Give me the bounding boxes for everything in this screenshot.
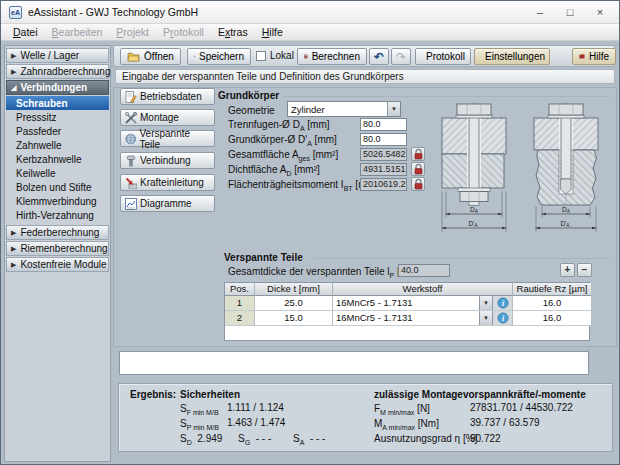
chevron-right-icon: ▶ [11,68,16,76]
geometrie-label: Geometrie [228,104,275,117]
betriebsdaten-button[interactable]: Betriebsdaten [120,88,215,105]
sidebar-item-passfeder[interactable]: Passfeder [6,124,109,138]
col-header-rautiefe: Rautiefe Rz [µm] [513,283,591,296]
open-button[interactable]: Öffnen [120,48,181,65]
gesamtflaeche-lock-button[interactable] [411,147,425,161]
save-button[interactable]: Speichern [187,48,251,65]
undo-button[interactable]: ↶ [369,48,389,65]
flaechentraegheitsmoment-lock-button[interactable] [411,177,425,191]
sidebar-header-federberechnung[interactable]: ▶Federberechnung [6,225,109,240]
svg-text:DA: DA [562,206,571,214]
menu-projekt: Projekt [109,25,156,39]
safety-sg: SG - - - [238,433,271,446]
rautiefe-cell-input[interactable]: 16.0 [513,296,591,311]
menu-extras[interactable]: Extras [211,25,255,39]
menu-hilfe[interactable]: Hilfe [255,25,290,39]
werkstoff-dropdown[interactable]: 16MnCr5 - 1.7131 ▼ [333,311,493,325]
verspannte-teile-table: Pos. Dicke t [mm] Werkstoff Rautiefe Rz … [224,282,590,341]
folder-open-icon [127,50,140,63]
menu-bearbeiten: Bearbeiten [45,25,110,39]
info-icon: i [497,297,509,309]
help-button[interactable]: Hilfe [572,48,616,65]
sidebar-header-riemenberechnung[interactable]: ▶Riemenberechnung [6,241,109,256]
group-divider [314,258,610,259]
ausnutzungsgrad-value: 90.722 [470,433,501,444]
safety-sf-symbol: SF min M/B [180,403,219,416]
sidebar-header-zahnradberechnung[interactable]: ▶Zahnradberechnung [6,64,109,79]
sidebar-header-welle-lager[interactable]: ▶Welle / Lager [6,48,109,63]
werkstoff-dropdown[interactable]: 16MnCr5 - 1.7131 ▼ [333,296,493,310]
minus-icon: − [582,265,588,275]
verspannte-teile-title: Verspannte Teile [224,252,303,263]
save-disk-icon [194,50,195,63]
krafteinleitung-button[interactable]: Krafteinleitung [120,174,215,191]
chevron-down-icon: ▼ [479,311,492,325]
diagramme-button[interactable]: Diagramme [120,195,215,212]
sidebar-item-bolzen-und-stifte[interactable]: Bolzen und Stifte [6,180,109,194]
rautiefe-cell-input[interactable]: 16.0 [513,311,591,326]
ausnutzungsgrad-label: Ausnutzungsgrad η [%] [374,433,477,444]
content-panel: Betriebsdaten Montage Verspannte Teile V… [113,87,617,347]
force-arrow-icon [125,177,137,189]
fm-value: 27831.701 / 44530.722 [470,402,573,413]
sidebar-item-zahnwelle[interactable]: Zahnwelle [6,138,109,152]
calculator-icon [304,50,308,63]
sidebar-item-schrauben[interactable]: Schrauben [6,96,109,110]
werkstoff-cell: 16MnCr5 - 1.7131 ▼ i [333,311,513,326]
werkstoff-info-button[interactable]: i [493,296,512,310]
minimize-icon[interactable]: – [529,3,551,21]
chart-icon [125,198,137,210]
chevron-right-icon: ▶ [11,52,16,60]
montage-button[interactable]: Montage [120,109,215,126]
local-checkbox[interactable] [256,51,266,61]
montagekraefte-title: zulässige Montagevorspannkräfte/-momente [374,389,586,400]
menubar: Datei Bearbeiten Projekt Protokoll Extra… [1,24,619,41]
help-book-icon [579,50,585,63]
row-pos: 2 [225,311,255,326]
app-icon: eA [9,6,22,19]
werkstoff-info-button[interactable]: i [493,311,512,325]
protocol-button[interactable]: Protokoll [415,48,471,65]
local-checkbox-wrap: Lokal [256,50,294,61]
dicke-cell-input[interactable]: 15.0 [255,311,333,326]
sidebar-item-presssitz[interactable]: Presssitz [6,110,109,124]
svg-text:DA: DA [470,206,479,214]
svg-text:D'A: D'A [468,220,478,228]
chevron-down-icon: ▼ [387,102,400,116]
info-icon: i [497,312,509,324]
settings-button[interactable]: Einstellungen [474,48,550,65]
undo-icon: ↶ [374,51,384,63]
table-empty-area [225,326,589,340]
chevron-right-icon: ▶ [11,245,16,253]
sidebar-item-keilwelle[interactable]: Keilwelle [6,166,109,180]
sidebar-header-verbindungen[interactable]: ◢Verbindungen [6,80,109,95]
dichtflaeche-lock-button[interactable] [411,162,425,176]
clamped-parts-icon [125,133,136,145]
sidebar-item-kerbzahnwelle[interactable]: Kerbzahnwelle [6,152,109,166]
chevron-expanded-icon: ◢ [11,84,16,92]
grundkoerper-durchmesser-input[interactable]: 80.0 [360,133,407,146]
trennfugen-input[interactable]: 80.0 [360,118,407,131]
maximize-icon[interactable]: □ [559,3,581,21]
remove-row-button[interactable]: − [577,263,592,277]
sidebar-item-klemmverbindung[interactable]: Klemmverbindung [6,194,109,208]
svg-text:D'A: D'A [560,220,570,228]
sidebar-header-kostenfreie-module[interactable]: ▶Kostenfreie Module [6,257,109,272]
add-row-button[interactable]: + [560,263,575,277]
sidebar-navigation: ▶Welle / Lager ▶Zahnradberechnung ◢Verbi… [4,45,111,462]
calculate-button[interactable]: Berechnen [297,48,367,65]
flaechentraegheitsmoment-label: Flächenträgheitsmoment IBT [mm⁴] [228,178,382,195]
gesamtdicke-label: Gesamtdicke der verspannten Teile lP [mm… [228,265,419,282]
app-window: eA eAssistant - GWJ Technology GmbH – □ … [0,0,620,465]
verbindung-button[interactable]: Verbindung [120,152,215,169]
dicke-cell-input[interactable]: 25.0 [255,296,333,311]
sicherheiten-title: Sicherheiten [180,389,240,400]
close-icon[interactable]: × [589,3,611,21]
redo-button: ↷ [391,48,411,65]
flaechentraegheitsmoment-value: 2010619.2983 [360,178,407,191]
verspannte-teile-button[interactable]: Verspannte Teile [120,130,215,147]
sidebar-item-hirth-verzahnung[interactable]: Hirth-Verzahnung [6,208,109,222]
status-line: Eingabe der verspannten Teile und Defini… [115,69,615,84]
geometrie-dropdown[interactable]: Zylinder ▼ [287,101,401,117]
menu-datei[interactable]: Datei [6,25,45,39]
